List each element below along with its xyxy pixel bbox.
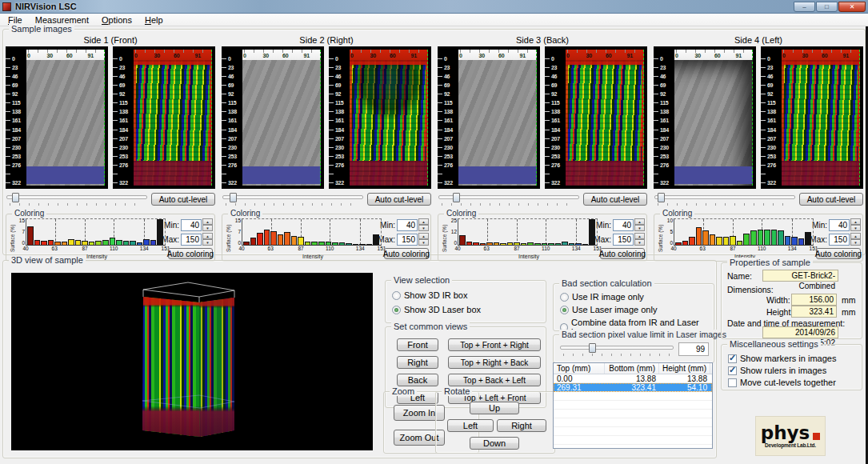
bad-limit-value[interactable]: 99	[678, 342, 709, 356]
spin-down-icon[interactable]: ▼	[418, 239, 429, 246]
tick-mark	[545, 138, 550, 139]
min-spinner[interactable]: 40▲▼	[181, 218, 213, 231]
checkbox-checked[interactable]	[728, 366, 737, 375]
spin-up-icon[interactable]: ▲	[850, 233, 861, 239]
min-spinner-value[interactable]: 40	[397, 219, 418, 231]
cut-level-slider[interactable]	[438, 192, 579, 206]
auto-coloring-button[interactable]: Auto coloring	[816, 248, 861, 259]
histogram-bar	[339, 242, 346, 245]
spin-up-icon[interactable]: ▲	[634, 218, 645, 225]
min-spinner-value[interactable]: 40	[181, 219, 202, 231]
3d-canvas[interactable]	[11, 273, 373, 450]
auto-cut-level-button[interactable]: Auto cut-level	[799, 193, 863, 206]
max-spinner-value[interactable]: 150	[613, 234, 634, 246]
min-spinner[interactable]: 40▲▼	[829, 218, 861, 231]
radio-button[interactable]	[560, 293, 569, 302]
radio-button[interactable]	[392, 291, 401, 300]
view-back-button[interactable]: Back	[397, 374, 438, 386]
rotate-right-button[interactable]: Right	[497, 419, 546, 432]
auto-coloring-button[interactable]: Auto coloring	[384, 248, 429, 259]
table-row-selected[interactable]: 269.31323.4154.10	[554, 383, 712, 392]
view-selection-group: View selection Show 3D IR boxShow 3D Las…	[385, 280, 546, 323]
auto-cut-level-button[interactable]: Auto cut-level	[367, 193, 431, 206]
max-spinner-value[interactable]: 150	[829, 234, 850, 246]
slider-thumb[interactable]	[589, 343, 596, 353]
view-front-button[interactable]: Front	[397, 338, 438, 351]
bad-sections-table[interactable]: Top (mm)Bottom (mm)Height (mm)0.0013.881…	[553, 362, 713, 449]
max-spinner-value[interactable]: 150	[181, 234, 202, 246]
auto-cut-level-button[interactable]: Auto cut-level	[583, 193, 647, 206]
column-header[interactable]: Height (mm)	[659, 363, 710, 374]
spin-up-icon[interactable]: ▲	[850, 218, 861, 225]
tick-label: 253	[228, 154, 237, 159]
tick-label: 92	[767, 91, 773, 97]
max-spinner[interactable]: 150▲▼	[181, 233, 213, 246]
slider-thumb[interactable]	[230, 193, 237, 202]
max-spinner[interactable]: 150▲▼	[829, 233, 861, 246]
rotate-up-button[interactable]: Up	[470, 402, 519, 414]
spin-up-icon[interactable]: ▲	[202, 218, 213, 225]
ruler-tick	[222, 171, 242, 177]
slider-track[interactable]	[654, 195, 795, 199]
panels-row: Side 1 (Front)02346699211513816118420723…	[6, 35, 863, 262]
tick-mark	[222, 94, 226, 94]
column-header[interactable]: Top (mm)	[554, 363, 605, 374]
maximize-button[interactable]: □	[816, 2, 838, 12]
minimize-button[interactable]: –	[794, 2, 815, 12]
spin-up-icon[interactable]: ▲	[418, 218, 429, 225]
min-spinner[interactable]: 40▲▼	[613, 218, 645, 231]
slider-thumb[interactable]	[658, 193, 665, 202]
spin-down-icon[interactable]: ▼	[202, 239, 213, 246]
rotate-left-button[interactable]: Left	[447, 419, 494, 432]
rotate-down-button[interactable]: Down	[470, 437, 519, 450]
tick-label: 138	[551, 109, 560, 114]
gray-image-body	[26, 60, 105, 186]
view-combo-button[interactable]: Top + Right + Back	[448, 356, 541, 369]
checkbox-checked[interactable]	[728, 354, 737, 363]
spin-down-icon[interactable]: ▼	[418, 225, 429, 231]
ruler-tick: 23	[329, 65, 350, 70]
menu-options[interactable]: Options	[95, 14, 138, 26]
max-spinner[interactable]: 150▲▼	[397, 233, 429, 246]
checkbox[interactable]	[728, 378, 737, 387]
min-spinner[interactable]: 40▲▼	[397, 218, 429, 231]
tick-mark	[545, 76, 550, 77]
spin-up-icon[interactable]: ▲	[202, 233, 213, 239]
slider-thumb[interactable]	[453, 193, 460, 202]
spin-up-icon[interactable]: ▲	[418, 233, 429, 239]
min-spinner-value[interactable]: 40	[613, 219, 634, 231]
view-combo-button[interactable]: Top + Front + Right	[448, 338, 541, 351]
radio-button-selected[interactable]	[392, 306, 401, 314]
spin-down-icon[interactable]: ▼	[634, 239, 645, 246]
spin-down-icon[interactable]: ▼	[634, 225, 645, 231]
auto-coloring-button[interactable]: Auto coloring	[600, 248, 645, 259]
max-spinner[interactable]: 150▲▼	[613, 233, 645, 246]
auto-coloring-button[interactable]: Auto coloring	[168, 248, 213, 259]
slider-track[interactable]	[560, 346, 674, 350]
min-spinner-value[interactable]: 40	[829, 219, 850, 231]
slider-track[interactable]	[222, 195, 363, 199]
table-row[interactable]: 0.0013.8813.88	[554, 374, 712, 383]
slider-track[interactable]	[6, 195, 147, 199]
spin-up-icon[interactable]: ▲	[634, 233, 645, 239]
cut-level-slider[interactable]	[6, 192, 147, 206]
bad-limit-slider[interactable]	[560, 342, 674, 357]
column-header[interactable]: Bottom (mm)	[605, 363, 659, 374]
view-right-button[interactable]: Right	[397, 356, 438, 369]
menu-help[interactable]: Help	[138, 14, 170, 26]
close-button[interactable]: ✕	[838, 2, 866, 12]
coloring-group: ColoringSurface (%)1570406387110134151In…	[222, 214, 431, 262]
slider-thumb[interactable]	[12, 193, 19, 202]
cut-level-slider[interactable]	[654, 192, 795, 206]
auto-cut-level-button[interactable]: Auto cut-level	[151, 193, 215, 206]
spin-down-icon[interactable]: ▼	[850, 225, 861, 231]
radio-button-selected[interactable]	[560, 306, 569, 314]
cut-level-slider[interactable]	[222, 192, 363, 206]
tick-label: 253	[767, 154, 776, 159]
max-spinner-value[interactable]: 150	[397, 234, 418, 246]
spin-down-icon[interactable]: ▼	[202, 225, 213, 231]
spin-down-icon[interactable]: ▼	[850, 239, 861, 246]
tick-label: 207	[767, 136, 776, 142]
view-combo-button[interactable]: Top + Back + Left	[448, 374, 541, 386]
table-cell	[659, 418, 710, 426]
